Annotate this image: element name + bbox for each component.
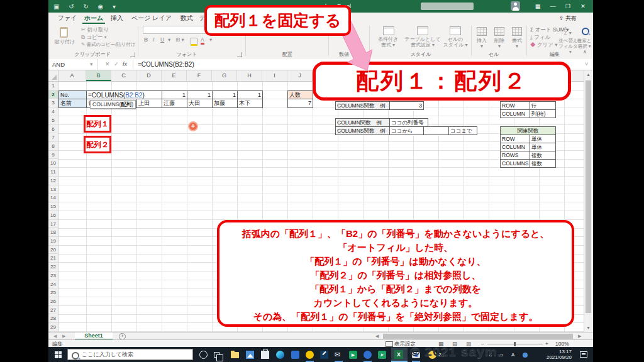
format-cells-button[interactable]: 書式▾	[508, 38, 526, 49]
blue-app-icon[interactable]	[291, 351, 299, 359]
related-row-value[interactable]: 複数	[530, 151, 556, 160]
row-header-14[interactable]: 14	[48, 194, 58, 202]
weather-sun-icon[interactable]	[428, 351, 436, 359]
column-header-B[interactable]: B	[86, 70, 111, 81]
hscroll-left-icon[interactable]: ◀	[375, 334, 379, 339]
scroll-up-icon[interactable]: ▲	[584, 72, 592, 77]
italic-button[interactable]: I	[153, 36, 154, 43]
column-header-E[interactable]: E	[162, 70, 187, 81]
formula-input[interactable]: =COLUMNS(B2:B2)	[138, 59, 194, 70]
clipboard-dialog-launcher-icon[interactable]	[130, 52, 135, 57]
related-row-value[interactable]: 複数	[530, 159, 556, 168]
weather-temperature[interactable]: 28	[438, 352, 444, 358]
row-header-19[interactable]: 19	[48, 237, 58, 246]
tray-blue-dot-icon[interactable]	[523, 353, 528, 358]
zoom-level[interactable]: 100%	[555, 341, 569, 347]
row-header-27[interactable]: 27	[48, 306, 58, 315]
paste-icon[interactable]	[60, 27, 68, 38]
hscroll-right-icon[interactable]: ▶	[578, 334, 581, 339]
row-header-13[interactable]: 13	[48, 185, 58, 194]
column-header-H[interactable]: H	[237, 70, 262, 81]
fill-color-icon[interactable]	[191, 38, 197, 46]
row-header-25[interactable]: 25	[48, 288, 58, 297]
column-header-D[interactable]: D	[136, 70, 162, 81]
underline-dropdown-icon[interactable]: ▾	[168, 36, 170, 43]
task-view-icon[interactable]	[214, 352, 219, 358]
side-t2-value[interactable]: ココの列番号	[389, 118, 428, 127]
row-header-21[interactable]: 21	[48, 254, 58, 263]
edge-browser-icon[interactable]	[276, 351, 284, 359]
find-select-button[interactable]: 検索と選択 ▾	[575, 38, 593, 49]
borders-icon[interactable]: ⊞ ▾	[175, 36, 184, 43]
horizontal-scroll-thumb[interactable]	[383, 334, 573, 339]
underline-button[interactable]: U	[160, 36, 164, 43]
row-header-23[interactable]: 23	[48, 272, 58, 280]
start-button-icon[interactable]	[55, 351, 58, 354]
photos-icon[interactable]	[246, 351, 254, 359]
sheet-nav-left-icon[interactable]: ◀	[53, 334, 57, 339]
close-button[interactable]: ✕	[575, 0, 591, 13]
zoom-in-icon[interactable]: +	[545, 341, 548, 347]
side-t1-value[interactable]: 3	[389, 101, 424, 110]
tray-ime-a-icon[interactable]: A	[511, 352, 514, 358]
expand-formula-bar-icon[interactable]: ˅	[585, 59, 588, 70]
bold-button[interactable]: B	[144, 36, 148, 43]
blue-round-app-icon[interactable]	[364, 351, 372, 359]
side-t3-from[interactable]: ココから	[389, 126, 424, 135]
cell-E3[interactable]: 江藤	[162, 99, 187, 108]
ref-row-label[interactable]: ROW	[500, 101, 530, 110]
cell-A3[interactable]: 名前	[58, 99, 87, 108]
restore-button[interactable]: ❐	[560, 0, 575, 13]
cell-J3[interactable]: 7	[287, 99, 313, 108]
yellow-app-icon[interactable]	[306, 351, 314, 359]
side-t3-to[interactable]: ココまで	[448, 126, 477, 135]
cortana-icon[interactable]	[199, 351, 208, 359]
zoom-slider-thumb[interactable]	[514, 342, 516, 346]
scroll-down-icon[interactable]: ▼	[584, 326, 592, 330]
row-header-11[interactable]: 11	[48, 168, 58, 177]
row-header-18[interactable]: 18	[48, 228, 58, 237]
column-header-A[interactable]: A	[58, 70, 86, 81]
name-box-dropdown-icon[interactable]: ▾	[90, 59, 93, 70]
row-header-1[interactable]: 1	[48, 82, 58, 90]
column-header-F[interactable]: F	[187, 70, 212, 81]
row-header-2[interactable]: 2	[48, 90, 58, 99]
normal-view-icon[interactable]: ▦	[438, 341, 443, 347]
column-header-C[interactable]: C	[111, 70, 136, 81]
row-header-8[interactable]: 8	[48, 142, 58, 151]
row-header-28[interactable]: 28	[48, 314, 58, 323]
related-row-label[interactable]: COLUMN	[500, 143, 530, 151]
tab-insert[interactable]: 挿入	[108, 13, 126, 24]
format-as-table-button[interactable]: テーブルとして書式設定 ▾	[404, 36, 441, 48]
side-t3-mid[interactable]	[423, 126, 449, 135]
taskbar-clock[interactable]: 13:172021/09/20	[533, 349, 572, 360]
autosum-button[interactable]: Σ オート SUM ▾	[530, 26, 569, 34]
cell-F3[interactable]: 大田	[187, 99, 213, 108]
row-header-3[interactable]: 3	[48, 99, 58, 107]
tab-page-layout[interactable]: ページ レイアウト	[129, 13, 174, 24]
cell-styles-button[interactable]: セルのスタイル ▾	[441, 36, 470, 48]
ribbon-display-options-icon[interactable]: ▦	[530, 0, 545, 13]
cell-styles-icon[interactable]	[450, 26, 461, 35]
enter-icon[interactable]: ✓	[114, 59, 119, 70]
green-arrow-app-icon[interactable]: ➤	[378, 351, 386, 359]
row-header-17[interactable]: 17	[48, 220, 58, 229]
tab-home[interactable]: ホーム	[82, 13, 105, 24]
ref-row-label[interactable]: COLUMN	[500, 109, 530, 118]
font-name-combobox[interactable]	[143, 26, 209, 34]
page-break-view-icon[interactable]: ▥	[466, 341, 471, 347]
cell-G3[interactable]: 加藤	[212, 99, 238, 108]
row-header-22[interactable]: 22	[48, 263, 58, 272]
vertical-scrollbar[interactable]: ▲ ▼	[584, 70, 592, 332]
font-dialog-launcher-icon[interactable]	[237, 52, 242, 57]
related-row-label[interactable]: ROWS	[500, 151, 530, 160]
row-header-4[interactable]: 4	[48, 107, 58, 116]
select-all-corner[interactable]	[48, 70, 58, 82]
column-header-J[interactable]: J	[287, 70, 313, 81]
fill-button[interactable]: ⤓ フィル	[530, 34, 550, 41]
mail-icon[interactable]: ✉	[335, 351, 343, 359]
side-t2-label[interactable]: COLUMN関数 例	[335, 118, 390, 127]
tray-chevron-icon[interactable]: ∧	[489, 352, 492, 358]
row-header-15[interactable]: 15	[48, 202, 58, 211]
taskbar-search-input[interactable]: ここに入力して検索	[67, 349, 193, 360]
